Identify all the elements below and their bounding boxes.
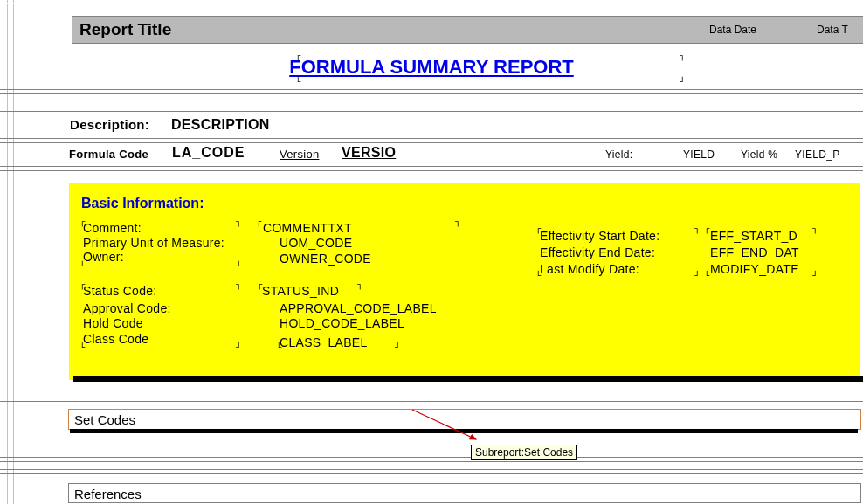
- yield-pct-label[interactable]: Yield %: [741, 148, 777, 161]
- approval-value[interactable]: APPROVAL_CODE_LABEL: [280, 301, 437, 315]
- version-label[interactable]: Version: [280, 148, 319, 161]
- subreport-label: Set Codes: [74, 412, 135, 427]
- page-title: Report Title: [72, 20, 171, 39]
- section-divider: [0, 397, 863, 402]
- hold-label[interactable]: Hold Code: [83, 316, 143, 330]
- formula-code-label[interactable]: Formula Code: [69, 148, 148, 161]
- subreport-label: References: [74, 487, 142, 501]
- yield-value[interactable]: YIELD: [683, 148, 715, 161]
- comment-label[interactable]: Comment:: [83, 221, 142, 235]
- section-divider: [0, 469, 863, 474]
- puom-value[interactable]: UOM_CODE: [280, 236, 352, 250]
- section-divider: [0, 3, 863, 4]
- yield-pct-value[interactable]: YIELD_P: [795, 148, 839, 161]
- section-divider: [0, 457, 863, 462]
- section-divider: [0, 138, 863, 143]
- owner-value[interactable]: OWNER_CODE: [280, 252, 371, 266]
- tooltip: Subreport:Set Codes: [471, 445, 577, 460]
- eff-start-label[interactable]: Effectivity Start Date:: [540, 229, 659, 243]
- subreport-set-codes[interactable]: Set Codes: [68, 409, 861, 430]
- description-value[interactable]: DESCRIPTION: [171, 117, 270, 133]
- class-value[interactable]: CLASS_LABEL: [280, 335, 368, 349]
- yield-label[interactable]: Yield:: [605, 148, 632, 161]
- section-divider: [0, 166, 863, 171]
- formula-code-value[interactable]: LA_CODE: [172, 145, 245, 161]
- approval-label[interactable]: Approval Code:: [83, 301, 171, 315]
- status-value[interactable]: STATUS_IND: [262, 284, 339, 298]
- section-divider: [0, 107, 863, 112]
- eff-end-value[interactable]: EFF_END_DAT: [710, 245, 799, 259]
- data-date-label[interactable]: Data Date: [709, 24, 756, 36]
- class-label[interactable]: Class Code: [83, 332, 148, 346]
- section-divider: [0, 89, 863, 94]
- puom-label[interactable]: Primary Unit of Measure:: [83, 236, 224, 250]
- mod-date-value[interactable]: MODIFY_DATE: [710, 262, 799, 276]
- owner-label[interactable]: Owner:: [83, 250, 124, 264]
- eff-start-value[interactable]: EFF_START_D: [710, 229, 797, 243]
- hold-value[interactable]: HOLD_CODE_LABEL: [280, 316, 404, 330]
- basic-info-panel[interactable]: [69, 183, 860, 380]
- comment-value[interactable]: COMMENTTXT: [263, 221, 352, 235]
- data-time-label[interactable]: Data T: [817, 24, 848, 36]
- basic-info-shadow: [73, 376, 863, 382]
- subreport-underline: [70, 429, 858, 433]
- status-label[interactable]: Status Code:: [83, 284, 157, 298]
- eff-end-label[interactable]: Effectivity End Date:: [540, 245, 655, 259]
- version-value[interactable]: VERSIO: [342, 145, 396, 161]
- mod-date-label[interactable]: Last Modify Date:: [540, 262, 639, 276]
- report-heading[interactable]: FORMULA SUMMARY REPORT: [0, 56, 863, 79]
- basic-info-heading[interactable]: Basic Information:: [81, 196, 204, 211]
- subreport-references[interactable]: References: [68, 483, 861, 503]
- description-label[interactable]: Description:: [70, 117, 149, 132]
